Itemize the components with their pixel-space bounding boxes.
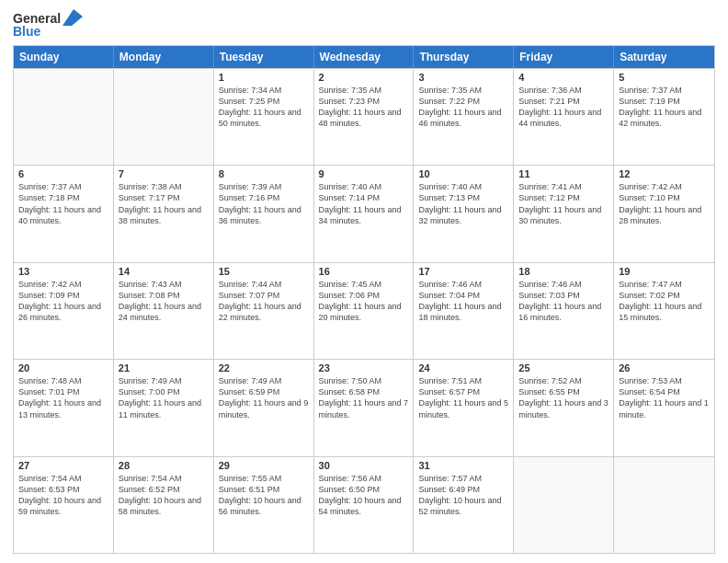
- day-number: 28: [119, 460, 209, 471]
- cell-info: Sunrise: 7:37 AM Sunset: 7:19 PM Dayligh…: [619, 85, 710, 130]
- day-number: 25: [518, 362, 609, 373]
- calendar: SundayMondayTuesdayWednesdayThursdayFrid…: [13, 45, 715, 554]
- calendar-header-wednesday: Wednesday: [314, 46, 415, 68]
- cell-info: Sunrise: 7:54 AM Sunset: 6:53 PM Dayligh…: [18, 473, 108, 518]
- day-number: 7: [119, 168, 209, 179]
- day-number: 13: [18, 266, 108, 277]
- day-number: 9: [319, 168, 409, 179]
- cell-info: Sunrise: 7:47 AM Sunset: 7:02 PM Dayligh…: [619, 279, 710, 324]
- calendar-cell: [14, 69, 114, 165]
- day-number: 1: [219, 72, 309, 83]
- cell-info: Sunrise: 7:41 AM Sunset: 7:12 PM Dayligh…: [518, 181, 609, 226]
- cell-info: Sunrise: 7:40 AM Sunset: 7:13 PM Dayligh…: [418, 181, 508, 226]
- calendar-cell: 31Sunrise: 7:57 AM Sunset: 6:49 PM Dayli…: [414, 457, 514, 553]
- day-number: 26: [619, 362, 710, 373]
- calendar-cell: 20Sunrise: 7:48 AM Sunset: 7:01 PM Dayli…: [14, 360, 114, 455]
- day-number: 8: [219, 168, 309, 179]
- logo-arrow-icon: [63, 9, 83, 26]
- cell-info: Sunrise: 7:42 AM Sunset: 7:09 PM Dayligh…: [18, 279, 108, 324]
- day-number: 22: [219, 362, 309, 373]
- day-number: 24: [418, 362, 508, 373]
- calendar-cell: 26Sunrise: 7:53 AM Sunset: 6:54 PM Dayli…: [614, 360, 714, 455]
- cell-info: Sunrise: 7:43 AM Sunset: 7:08 PM Dayligh…: [119, 279, 209, 324]
- calendar-cell: 12Sunrise: 7:42 AM Sunset: 7:10 PM Dayli…: [614, 166, 714, 261]
- day-number: 19: [619, 266, 710, 277]
- day-number: 27: [18, 460, 108, 471]
- cell-info: Sunrise: 7:38 AM Sunset: 7:17 PM Dayligh…: [119, 181, 209, 226]
- logo: General Blue: [13, 9, 83, 40]
- calendar-cell: 8Sunrise: 7:39 AM Sunset: 7:16 PM Daylig…: [214, 166, 314, 261]
- day-number: 18: [518, 266, 609, 277]
- calendar-cell: 4Sunrise: 7:36 AM Sunset: 7:21 PM Daylig…: [514, 69, 614, 165]
- calendar-cell: 23Sunrise: 7:50 AM Sunset: 6:58 PM Dayli…: [314, 360, 415, 455]
- header: General Blue: [13, 9, 715, 40]
- day-number: 16: [319, 266, 409, 277]
- calendar-cell: 18Sunrise: 7:46 AM Sunset: 7:03 PM Dayli…: [514, 263, 614, 359]
- cell-info: Sunrise: 7:51 AM Sunset: 6:57 PM Dayligh…: [418, 375, 508, 420]
- cell-info: Sunrise: 7:45 AM Sunset: 7:06 PM Dayligh…: [319, 279, 409, 324]
- calendar-cell: 25Sunrise: 7:52 AM Sunset: 6:55 PM Dayli…: [514, 360, 614, 455]
- calendar-cell: [114, 69, 214, 165]
- calendar-header-row: SundayMondayTuesdayWednesdayThursdayFrid…: [14, 46, 714, 68]
- calendar-header-thursday: Thursday: [414, 46, 514, 68]
- cell-info: Sunrise: 7:56 AM Sunset: 6:50 PM Dayligh…: [319, 473, 409, 518]
- svg-marker-0: [63, 9, 83, 26]
- calendar-cell: 1Sunrise: 7:34 AM Sunset: 7:25 PM Daylig…: [214, 69, 314, 165]
- calendar-cell: 29Sunrise: 7:55 AM Sunset: 6:51 PM Dayli…: [214, 457, 314, 553]
- cell-info: Sunrise: 7:35 AM Sunset: 7:22 PM Dayligh…: [418, 85, 508, 130]
- cell-info: Sunrise: 7:34 AM Sunset: 7:25 PM Dayligh…: [219, 85, 309, 130]
- calendar-body: 1Sunrise: 7:34 AM Sunset: 7:25 PM Daylig…: [14, 68, 714, 553]
- day-number: 23: [319, 362, 409, 373]
- page: General Blue SundayMondayTuesdayWednesda…: [0, 0, 728, 563]
- calendar-week-1: 1Sunrise: 7:34 AM Sunset: 7:25 PM Daylig…: [14, 68, 714, 165]
- calendar-cell: 14Sunrise: 7:43 AM Sunset: 7:08 PM Dayli…: [114, 263, 214, 359]
- calendar-cell: 22Sunrise: 7:49 AM Sunset: 6:59 PM Dayli…: [214, 360, 314, 455]
- cell-info: Sunrise: 7:55 AM Sunset: 6:51 PM Dayligh…: [219, 473, 309, 518]
- calendar-header-monday: Monday: [114, 46, 214, 68]
- cell-info: Sunrise: 7:40 AM Sunset: 7:14 PM Dayligh…: [319, 181, 409, 226]
- cell-info: Sunrise: 7:53 AM Sunset: 6:54 PM Dayligh…: [619, 375, 710, 420]
- calendar-week-5: 27Sunrise: 7:54 AM Sunset: 6:53 PM Dayli…: [14, 456, 714, 553]
- calendar-header-friday: Friday: [514, 46, 614, 68]
- cell-info: Sunrise: 7:42 AM Sunset: 7:10 PM Dayligh…: [619, 181, 710, 226]
- calendar-cell: 27Sunrise: 7:54 AM Sunset: 6:53 PM Dayli…: [14, 457, 114, 553]
- cell-info: Sunrise: 7:49 AM Sunset: 7:00 PM Dayligh…: [119, 375, 209, 420]
- calendar-cell: 13Sunrise: 7:42 AM Sunset: 7:09 PM Dayli…: [14, 263, 114, 359]
- day-number: 31: [418, 460, 508, 471]
- day-number: 29: [219, 460, 309, 471]
- cell-info: Sunrise: 7:48 AM Sunset: 7:01 PM Dayligh…: [18, 375, 108, 420]
- cell-info: Sunrise: 7:44 AM Sunset: 7:07 PM Dayligh…: [219, 279, 309, 324]
- logo-text-blue: Blue: [13, 24, 40, 40]
- day-number: 15: [219, 266, 309, 277]
- calendar-header-saturday: Saturday: [614, 46, 714, 68]
- calendar-cell: 11Sunrise: 7:41 AM Sunset: 7:12 PM Dayli…: [514, 166, 614, 261]
- calendar-week-4: 20Sunrise: 7:48 AM Sunset: 7:01 PM Dayli…: [14, 359, 714, 455]
- cell-info: Sunrise: 7:46 AM Sunset: 7:04 PM Dayligh…: [418, 279, 508, 324]
- day-number: 14: [119, 266, 209, 277]
- day-number: 6: [18, 168, 108, 179]
- cell-info: Sunrise: 7:49 AM Sunset: 6:59 PM Dayligh…: [219, 375, 309, 420]
- cell-info: Sunrise: 7:37 AM Sunset: 7:18 PM Dayligh…: [18, 181, 108, 226]
- calendar-cell: 17Sunrise: 7:46 AM Sunset: 7:04 PM Dayli…: [414, 263, 514, 359]
- calendar-cell: 5Sunrise: 7:37 AM Sunset: 7:19 PM Daylig…: [614, 69, 714, 165]
- calendar-cell: [614, 457, 714, 553]
- calendar-cell: 24Sunrise: 7:51 AM Sunset: 6:57 PM Dayli…: [414, 360, 514, 455]
- day-number: 5: [619, 72, 710, 83]
- calendar-cell: [514, 457, 614, 553]
- day-number: 11: [518, 168, 609, 179]
- day-number: 17: [418, 266, 508, 277]
- cell-info: Sunrise: 7:36 AM Sunset: 7:21 PM Dayligh…: [518, 85, 609, 130]
- cell-info: Sunrise: 7:57 AM Sunset: 6:49 PM Dayligh…: [418, 473, 508, 518]
- day-number: 30: [319, 460, 409, 471]
- day-number: 20: [18, 362, 108, 373]
- calendar-cell: 9Sunrise: 7:40 AM Sunset: 7:14 PM Daylig…: [314, 166, 415, 261]
- calendar-cell: 3Sunrise: 7:35 AM Sunset: 7:22 PM Daylig…: [414, 69, 514, 165]
- cell-info: Sunrise: 7:46 AM Sunset: 7:03 PM Dayligh…: [518, 279, 609, 324]
- calendar-cell: 6Sunrise: 7:37 AM Sunset: 7:18 PM Daylig…: [14, 166, 114, 261]
- calendar-cell: 10Sunrise: 7:40 AM Sunset: 7:13 PM Dayli…: [414, 166, 514, 261]
- calendar-cell: 28Sunrise: 7:54 AM Sunset: 6:52 PM Dayli…: [114, 457, 214, 553]
- cell-info: Sunrise: 7:50 AM Sunset: 6:58 PM Dayligh…: [319, 375, 409, 420]
- calendar-cell: 15Sunrise: 7:44 AM Sunset: 7:07 PM Dayli…: [214, 263, 314, 359]
- cell-info: Sunrise: 7:39 AM Sunset: 7:16 PM Dayligh…: [219, 181, 309, 226]
- day-number: 4: [518, 72, 609, 83]
